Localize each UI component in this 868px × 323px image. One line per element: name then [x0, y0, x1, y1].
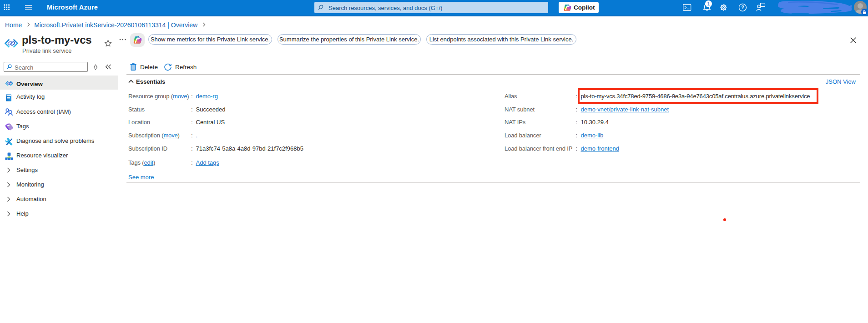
svg-text:?: ? — [741, 5, 744, 10]
